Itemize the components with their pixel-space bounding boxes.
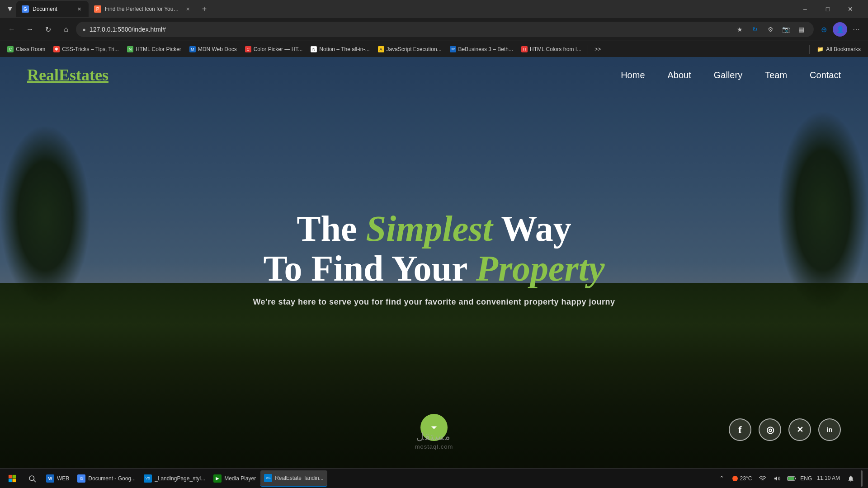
hero-line2-pre: To Find Your [264, 249, 476, 288]
address-input[interactable]: ● 127.0.0.1:5500/index.html# ★ ↻ ⚙ 📷 ▤ [76, 22, 814, 37]
hero-line2: To Find Your Property [264, 249, 605, 288]
bookmark-more-btn[interactable]: >> [591, 44, 604, 54]
x-twitter-icon[interactable]: ✕ [788, 418, 811, 441]
bookmark-all-text: All Bookmarks [826, 46, 861, 52]
svg-rect-0 [9, 474, 12, 478]
screenshot-icon[interactable]: 📷 [779, 23, 792, 36]
nav-gallery[interactable]: Gallery [714, 70, 742, 80]
hero-line1-post: Way [493, 209, 571, 249]
sidebar-toggle-icon[interactable]: ▤ [795, 23, 807, 36]
bookmark-classroom[interactable]: C Class Room [4, 44, 49, 54]
extensions-btn[interactable]: ⊕ [816, 21, 832, 38]
bookmark-right: 📁 All Bookmarks [807, 44, 864, 54]
bookmark-label-colorpicker: Color Picker — HT... [254, 46, 303, 52]
bookmark-label-notion: Notion – The all-in-... [319, 46, 369, 52]
facebook-icon[interactable]: f [729, 418, 751, 441]
toolbar-icons: ⊕ 👤 ⋯ [816, 21, 864, 38]
bookmark-htmlcolorpicker[interactable]: N HTML Color Picker [123, 44, 185, 54]
bookmark-js[interactable]: A JavaScript Execution... [374, 44, 445, 54]
home-btn[interactable]: ⌂ [58, 21, 74, 38]
bookmark-star-icon[interactable]: ★ [733, 23, 746, 36]
bookmark-favicon-colorpicker: C [245, 46, 251, 52]
svg-point-6 [763, 480, 763, 481]
tab-favicon-document: G [22, 5, 29, 13]
tab-document[interactable]: G Document ✕ [16, 1, 89, 17]
back-btn[interactable]: ← [4, 21, 20, 38]
system-clock[interactable]: 11:10 AM [814, 475, 843, 482]
taskbar-vscode1[interactable]: VS _LandingPage_styl... [140, 470, 209, 487]
bookmark-favicon-js: A [378, 46, 384, 52]
battery-icon[interactable] [785, 472, 798, 485]
tab-icon-finder[interactable]: P Find the Perfect Icon for Your P... ✕ [89, 1, 197, 17]
bookmark-htmlcolors[interactable]: H HTML Colors from I... [518, 44, 585, 54]
temp-dot-icon [732, 476, 738, 481]
bookmark-csstricks[interactable]: ✱ CSS-Tricks – Tips, Tri... [50, 44, 123, 54]
bookmark-favicon-htmlcolorpicker: N [127, 46, 133, 52]
settings-dots-btn[interactable]: ⋯ [848, 21, 864, 38]
bookmarks-bar: C Class Room ✱ CSS-Tricks – Tips, Tri...… [0, 41, 868, 57]
network-icon[interactable] [756, 472, 769, 485]
battery-indicator [787, 476, 796, 481]
taskbar-label-vscode1: _LandingPage_styl... [155, 475, 205, 482]
bookmark-favicon-notion: N [311, 46, 317, 52]
hero-subtitle: We're stay here to serve you for find yo… [231, 297, 637, 307]
minimize-btn[interactable]: – [795, 2, 816, 16]
bookmark-all[interactable]: 📁 All Bookmarks [813, 44, 864, 54]
bookmark-label-classroom: Class Room [16, 46, 45, 52]
hero-line2-highlight: Property [476, 249, 604, 288]
bookmark-bebusiness[interactable]: Be BeBusiness 3 – Beth... [446, 44, 517, 54]
linkedin-icon[interactable]: in [818, 418, 841, 441]
reload-btn[interactable]: ↻ [40, 21, 56, 38]
site-content: RealEstates Home About Gallery Team Cont… [0, 57, 868, 468]
site-logo[interactable]: RealEstates [27, 66, 108, 84]
window-controls: – □ ✕ [795, 2, 864, 16]
tab-close-icon-finder[interactable]: ✕ [184, 5, 192, 13]
taskbar-web[interactable]: W WEB [42, 470, 73, 487]
nav-contact[interactable]: Contact [810, 70, 841, 80]
maximize-btn[interactable]: □ [817, 2, 838, 16]
taskbar-vscode2[interactable]: VS RealEstate_landin... [260, 470, 327, 487]
bookmark-favicon-csstricks: ✱ [53, 46, 60, 52]
refresh-circle-icon[interactable]: ↻ [749, 23, 761, 36]
address-action-icons: ★ ↻ ⚙ 📷 ▤ [733, 23, 807, 36]
bookmark-more-label: >> [594, 46, 601, 52]
close-btn[interactable]: ✕ [840, 2, 861, 16]
bookmark-colorpicker[interactable]: C Color Picker — HT... [241, 44, 307, 54]
system-time: 11:10 AM [817, 475, 840, 482]
hidden-tray-btn[interactable]: ⌃ [715, 472, 728, 485]
nav-home[interactable]: Home [621, 70, 645, 80]
forward-btn[interactable]: → [22, 21, 38, 38]
volume-icon[interactable] [771, 472, 783, 485]
svg-rect-8 [795, 478, 796, 479]
nav-team[interactable]: Team [765, 70, 787, 80]
language-label: ENG [800, 475, 812, 482]
instagram-icon[interactable]: ◎ [759, 418, 781, 441]
tab-close-document[interactable]: ✕ [75, 5, 83, 13]
tab-title-document: Document [33, 6, 71, 12]
bookmark-notion[interactable]: N Notion – The all-in-... [307, 44, 373, 54]
tab-scroll-btn[interactable]: ▼ [4, 2, 16, 16]
x-symbol: ✕ [797, 425, 803, 435]
bookmark-favicon-classroom: C [7, 46, 14, 52]
language-indicator[interactable]: ENG [800, 472, 812, 485]
new-tab-btn[interactable]: + [197, 2, 212, 16]
start-btn[interactable] [3, 470, 22, 487]
temperature-indicator[interactable]: 23°C [730, 474, 755, 483]
svg-line-5 [33, 480, 36, 482]
svg-rect-9 [788, 477, 794, 480]
nav-about[interactable]: About [668, 70, 691, 80]
show-desktop-btn[interactable] [861, 470, 863, 487]
watermark-latin: mostaql.com [415, 443, 453, 450]
taskbar-mediaplayer[interactable]: ▶ Media Player [210, 470, 259, 487]
taskbar-label-docs: Document - Goog... [88, 475, 136, 482]
extension-icon[interactable]: ⚙ [764, 23, 777, 36]
taskbar-search-btn[interactable] [23, 470, 42, 487]
bookmark-right-divider [809, 45, 810, 54]
hero-heading: The Simplest Way To Find Your Property [231, 209, 637, 288]
temperature-label: 23°C [740, 475, 752, 482]
hero-line1-pre: The [297, 209, 366, 249]
taskbar-docs[interactable]: G Document - Goog... [74, 470, 139, 487]
profile-btn[interactable]: 👤 [833, 22, 847, 37]
notification-btn[interactable] [844, 472, 857, 485]
bookmark-mdn[interactable]: M MDN Web Docs [186, 44, 241, 54]
